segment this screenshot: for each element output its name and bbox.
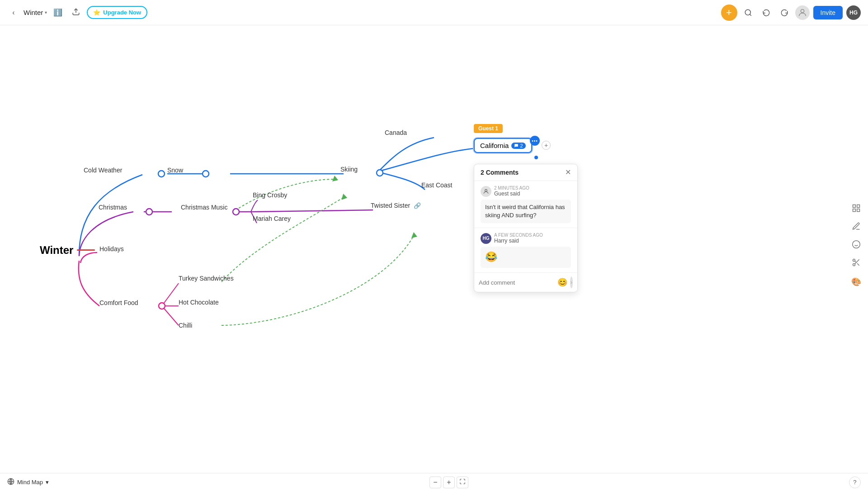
map-type-button[interactable]: Mind Map ▾ (7, 478, 49, 486)
send-icon: › (571, 279, 572, 286)
commenter-avatar: HG (481, 233, 491, 244)
scissors-button[interactable] (848, 256, 864, 272)
comment-input[interactable] (479, 279, 555, 286)
info-button[interactable]: ℹ️ (51, 5, 65, 20)
emoji-picker-button[interactable]: 😊 (557, 277, 567, 287)
node-christmas[interactable]: Christmas (99, 204, 127, 211)
comment-meta: 2 MINUTES AGO Guest said (481, 186, 571, 197)
search-button[interactable] (741, 5, 755, 20)
more-options-button[interactable]: ••• (530, 136, 540, 146)
back-button[interactable]: ‹ (7, 6, 20, 19)
svg-point-10 (146, 209, 152, 215)
comment-meta: HG A FEW SECONDS AGO Harry said (481, 233, 571, 244)
svg-point-17 (159, 303, 165, 309)
node-connector-dot (534, 156, 538, 159)
minus-icon: − (433, 478, 437, 486)
close-comments-button[interactable]: ✕ (565, 169, 571, 176)
comment-author: Harry said (494, 238, 543, 244)
palette-icon: 🎨 (851, 277, 861, 287)
grid-icon (852, 204, 861, 215)
upgrade-button[interactable]: ⭐ Upgrade Now (87, 6, 147, 19)
node-christmas-music[interactable]: Christmas Music (181, 204, 227, 211)
bottom-bar: Mind Map ▾ − + ? (0, 473, 868, 491)
svg-point-26 (853, 241, 860, 248)
emoji-icon: 😊 (557, 278, 567, 287)
grid-button[interactable] (848, 201, 864, 218)
redo-button[interactable] (777, 5, 792, 20)
zoom-in-button[interactable]: + (443, 477, 455, 488)
node-cold-weather[interactable]: Cold Weather (84, 167, 122, 174)
header: ‹ Winter ▾ ℹ️ ⭐ Upgrade Now + (0, 0, 868, 25)
svg-marker-19 (411, 232, 417, 238)
project-name[interactable]: Winter ▾ (24, 9, 47, 16)
svg-point-1 (745, 10, 750, 15)
svg-rect-23 (857, 205, 860, 208)
project-title: Winter (24, 9, 43, 16)
svg-line-33 (855, 261, 856, 262)
invite-button[interactable]: Invite (813, 6, 843, 19)
root-node-label[interactable]: Winter (40, 244, 73, 257)
mindmap-svg (0, 25, 868, 473)
svg-point-8 (377, 170, 383, 176)
svg-line-32 (857, 263, 859, 266)
fit-screen-button[interactable] (457, 477, 468, 488)
node-turkey-sandwiches[interactable]: Turkey Sandwiches (179, 275, 234, 282)
comment-text: 😂 (481, 247, 571, 268)
node-skiing[interactable]: Skiing (340, 166, 358, 173)
node-bing-crosby[interactable]: Bing Crosby (253, 191, 287, 199)
node-california[interactable]: California 2 (474, 138, 532, 153)
commenter-avatar (481, 186, 491, 197)
send-comment-button[interactable]: › (570, 276, 573, 288)
svg-point-3 (801, 9, 804, 12)
node-east-coast[interactable]: East Coast (421, 181, 452, 189)
star-icon: ⭐ (93, 9, 100, 16)
info-icon: ℹ️ (53, 8, 62, 17)
svg-point-21 (485, 189, 487, 191)
svg-point-29 (853, 259, 855, 262)
smiley-icon (852, 240, 861, 251)
plus-icon: + (447, 478, 451, 486)
zoom-out-button[interactable]: − (429, 477, 441, 488)
node-mariah-carey[interactable]: Mariah Carey (253, 215, 291, 222)
profile-button[interactable] (795, 5, 810, 20)
svg-rect-22 (853, 205, 856, 208)
chevron-down-icon: ▾ (45, 10, 47, 15)
svg-marker-18 (341, 193, 347, 200)
svg-rect-25 (857, 209, 860, 212)
upload-button[interactable] (69, 5, 83, 20)
header-right: + Invite HG (721, 5, 861, 21)
node-hot-chocolate[interactable]: Hot Chocolate (179, 299, 219, 306)
help-button[interactable]: ? (849, 477, 861, 488)
map-icon (7, 478, 14, 486)
svg-point-7 (203, 171, 209, 177)
node-snow[interactable]: Snow (167, 167, 183, 174)
svg-marker-20 (332, 176, 338, 181)
avatar: HG (846, 5, 861, 20)
node-canada[interactable]: Canada (385, 129, 407, 136)
pen-button[interactable] (848, 219, 864, 236)
comment-time: 2 MINUTES AGO (494, 186, 529, 191)
node-twisted-sister[interactable]: Twisted Sister 🔗 (371, 202, 421, 209)
undo-button[interactable] (759, 5, 774, 20)
add-node-button[interactable]: + (542, 141, 551, 150)
right-toolbar: 🎨 (844, 198, 868, 294)
holidays-decoration (77, 249, 95, 251)
close-icon: ✕ (565, 168, 571, 176)
comment-time: A FEW SECONDS AGO (494, 233, 543, 238)
svg-rect-24 (853, 209, 856, 212)
comment-count-badge[interactable]: 2 (511, 143, 525, 149)
node-comfort-food[interactable]: Comfort Food (99, 299, 138, 306)
emoji-button[interactable] (848, 238, 864, 254)
california-label: California (480, 142, 509, 149)
comments-panel: 2 Comments ✕ 2 MINUTES AGO Guest said Is… (474, 164, 578, 292)
svg-line-16 (162, 306, 179, 325)
svg-line-14 (162, 283, 179, 306)
palette-button[interactable]: 🎨 (848, 274, 864, 290)
question-icon: ? (853, 479, 856, 486)
map-type-label: Mind Map (17, 479, 43, 486)
comment-author: Guest said (494, 191, 529, 197)
node-chilli[interactable]: Chilli (179, 322, 192, 329)
add-button[interactable]: + (721, 5, 737, 21)
svg-point-12 (233, 209, 239, 215)
node-holidays[interactable]: Holidays (99, 245, 124, 253)
